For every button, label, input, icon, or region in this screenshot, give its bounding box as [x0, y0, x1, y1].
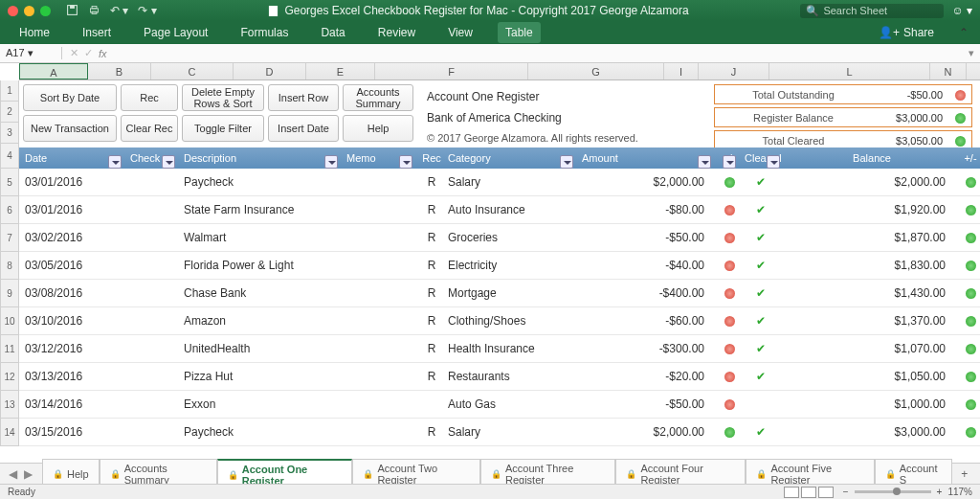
cell-cleared-icon[interactable]: ✔ [739, 425, 783, 439]
col-header-D[interactable]: D [234, 63, 306, 79]
col-header-E[interactable]: E [306, 63, 375, 79]
cell-date[interactable]: 03/02/2016 [19, 231, 124, 244]
row-header-12[interactable]: 12 [0, 363, 19, 391]
add-sheet-button[interactable]: + [954, 467, 974, 481]
cell-description[interactable]: UnitedHealth [178, 342, 341, 355]
cell-category[interactable]: Auto Gas [442, 397, 576, 411]
cell-date[interactable]: 03/12/2016 [19, 342, 124, 355]
col-header-F[interactable]: F [375, 63, 528, 79]
cell-cleared-icon[interactable]: ✔ [739, 286, 783, 300]
rec-button[interactable]: Rec [121, 84, 178, 111]
cell-date[interactable]: 03/01/2016 [19, 175, 124, 189]
row-header-11[interactable]: 11 [0, 335, 19, 363]
cell-cleared-icon[interactable]: ✔ [739, 175, 783, 189]
cell-amount[interactable]: -$50.00 [576, 231, 714, 244]
col-header-A[interactable]: A [19, 63, 88, 79]
window-zoom-icon[interactable] [40, 6, 51, 16]
row-header-6[interactable]: 6 [0, 196, 19, 224]
table-row[interactable]: 03/13/2016Pizza HutRRestaurants-$20.00✔$… [19, 363, 980, 391]
cell-rec[interactable]: R [415, 286, 442, 300]
col-header-I[interactable]: I [664, 63, 699, 79]
insert-row-button[interactable]: Insert Row [268, 84, 339, 111]
cell-category[interactable]: Salary [442, 175, 576, 189]
cell-balance[interactable]: $1,070.00 [783, 342, 955, 355]
window-minimize-icon[interactable] [24, 6, 34, 16]
cell-amount[interactable]: $2,000.00 [576, 175, 714, 189]
view-layout-icon[interactable] [801, 487, 816, 498]
cell-rec[interactable]: R [415, 175, 442, 189]
filter-icon[interactable] [560, 155, 573, 169]
cell-description[interactable]: Exxon [178, 397, 341, 411]
col-header-C[interactable]: C [151, 63, 234, 79]
cell-amount[interactable]: -$40.00 [576, 259, 714, 272]
ribbon-tab-table[interactable]: Table [498, 22, 541, 43]
col-check[interactable]: Check [124, 152, 178, 164]
cell-rec[interactable]: R [415, 259, 442, 272]
cell-description[interactable]: Amazon [178, 314, 341, 328]
cell-category[interactable]: Salary [442, 425, 576, 439]
table-row[interactable]: 03/01/2016State Farm InsuranceRAuto Insu… [19, 196, 980, 224]
ribbon-tab-home[interactable]: Home [11, 22, 57, 43]
cell-cleared-icon[interactable]: ✔ [739, 231, 783, 244]
expand-formula-icon[interactable]: ▾ [963, 47, 980, 59]
col-header-B[interactable]: B [88, 63, 151, 79]
row-header-7[interactable]: 7 [0, 224, 19, 252]
cell-balance[interactable]: $1,000.00 [783, 397, 955, 411]
cell-category[interactable]: Restaurants [442, 370, 576, 383]
col-header-L[interactable]: L [769, 63, 930, 79]
zoom-out-icon[interactable]: − [843, 487, 849, 497]
row-header-2[interactable]: 2 [0, 102, 19, 123]
cell-description[interactable]: Walmart [178, 231, 341, 244]
cell-description[interactable]: Paycheck [178, 425, 341, 439]
row-header-4[interactable]: 4 [0, 144, 19, 169]
cell-rec[interactable]: R [415, 203, 442, 216]
cell-amount[interactable]: -$80.00 [576, 203, 714, 216]
zoom-in-icon[interactable]: + [937, 487, 943, 497]
ribbon-tab-view[interactable]: View [440, 22, 480, 43]
ribbon-tab-review[interactable]: Review [370, 22, 423, 43]
fx-icon[interactable]: fx [99, 48, 107, 59]
ribbon-tab-data[interactable]: Data [313, 22, 352, 43]
window-close-icon[interactable] [8, 6, 18, 16]
ribbon-tab-page-layout[interactable]: Page Layout [136, 22, 215, 43]
cell-amount[interactable]: $2,000.00 [576, 425, 714, 439]
filter-icon[interactable] [399, 155, 412, 169]
row-headers[interactable]: 1234567891011121314 [0, 80, 19, 446]
table-row[interactable]: 03/01/2016PaycheckRSalary$2,000.00✔$2,00… [19, 169, 980, 196]
cell-balance[interactable]: $1,870.00 [783, 231, 955, 244]
cell-date[interactable]: 03/15/2016 [19, 425, 124, 439]
ribbon-tab-formulas[interactable]: Formulas [233, 22, 296, 43]
cancel-formula-icon[interactable]: ✕ [70, 47, 78, 59]
clear-rec-button[interactable]: Clear Rec [121, 115, 178, 142]
cell-rec[interactable]: R [415, 370, 442, 383]
col-header-G[interactable]: G [528, 63, 664, 79]
delete-empty-rows-button[interactable]: Delete Empty Rows & Sort [182, 84, 264, 111]
cell-category[interactable]: Health Insurance [442, 342, 576, 355]
cell-balance[interactable]: $1,430.00 [783, 286, 955, 300]
col-pm1[interactable]: +/- [714, 152, 739, 164]
cell-description[interactable]: Florida Power & Light [178, 259, 341, 272]
share-button[interactable]: 👤+Share [879, 26, 934, 39]
row-header-8[interactable]: 8 [0, 252, 19, 280]
zoom-level[interactable]: 117% [947, 487, 972, 497]
redo-icon[interactable]: ↷ ▾ [138, 4, 156, 17]
name-box[interactable]: A17 ▾ [0, 47, 62, 59]
cell-rec[interactable]: R [415, 425, 442, 439]
new-transaction-button[interactable]: New Transaction [23, 115, 117, 142]
undo-icon[interactable]: ↶ ▾ [110, 4, 128, 17]
filter-icon[interactable] [767, 155, 780, 169]
view-normal-icon[interactable] [784, 487, 799, 498]
sort-by-date-button[interactable]: Sort By Date [23, 84, 117, 111]
cell-amount[interactable]: -$60.00 [576, 314, 714, 328]
cell-description[interactable]: Chase Bank [178, 286, 341, 300]
cell-category[interactable]: Groceries [442, 231, 576, 244]
col-pm2[interactable]: +/- [955, 152, 980, 164]
search-sheet-input[interactable]: 🔍 Search Sheet [800, 4, 944, 18]
col-header-N[interactable]: N [930, 63, 967, 79]
row-header-1[interactable]: 1 [0, 80, 19, 102]
col-balance[interactable]: Balance [783, 152, 955, 164]
cell-description[interactable]: State Farm Insurance [178, 203, 341, 216]
table-row[interactable]: 03/05/2016Florida Power & LightRElectric… [19, 252, 980, 280]
cell-balance[interactable]: $1,050.00 [783, 370, 955, 383]
help-button[interactable]: Help [343, 115, 413, 142]
